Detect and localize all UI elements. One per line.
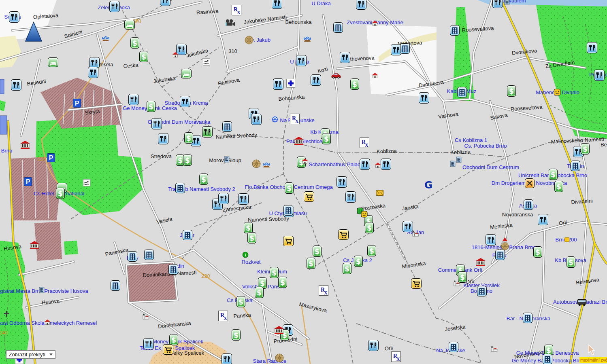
house-icon[interactable] <box>302 158 308 165</box>
restaurant-icon[interactable] <box>202 126 213 139</box>
building-icon[interactable] <box>175 183 185 195</box>
pharmacy-icon[interactable]: RX <box>360 138 369 150</box>
restaurant-icon[interactable] <box>296 55 307 68</box>
swimming-icon[interactable] <box>203 58 210 67</box>
overlay-dropdown[interactable]: Zobrazit překrytí <box>6 350 55 359</box>
restaurant-icon[interactable] <box>587 42 597 55</box>
restaurant-icon[interactable] <box>222 353 232 364</box>
bank-icon[interactable]: $ <box>56 188 65 201</box>
pharmacy-icon[interactable]: RX <box>290 114 300 126</box>
restaurant-icon[interactable] <box>109 1 120 14</box>
fountain-icon[interactable] <box>262 160 271 169</box>
restaurant-icon[interactable] <box>337 176 347 189</box>
house-icon[interactable] <box>45 319 51 326</box>
pharmacy-icon[interactable]: RX <box>391 351 401 364</box>
theater-icon[interactable] <box>554 89 561 97</box>
cemetery-icon[interactable] <box>4 311 9 319</box>
building-icon[interactable] <box>400 43 410 55</box>
bank-icon[interactable]: $ <box>139 51 148 64</box>
theater-icon[interactable] <box>357 207 368 220</box>
map-canvas[interactable]: OpletalovaSolnicniBesedniVeselaCeskaJaku… <box>0 0 607 364</box>
pharmacy-icon[interactable]: RX <box>218 311 228 323</box>
building-icon[interactable] <box>449 342 458 354</box>
parking-icon[interactable]: P <box>47 153 55 164</box>
church-icon[interactable] <box>453 280 461 289</box>
cinema-icon[interactable] <box>225 19 235 28</box>
shopping-icon[interactable] <box>163 344 173 356</box>
hotel-icon[interactable] <box>124 20 135 31</box>
restaurant-icon[interactable] <box>356 0 366 11</box>
church-icon[interactable] <box>142 313 150 322</box>
museum-icon[interactable] <box>274 326 284 336</box>
restaurant-icon[interactable] <box>273 78 283 91</box>
shopping-icon[interactable] <box>283 236 294 248</box>
bank-icon[interactable]: $ <box>130 37 139 50</box>
bank-icon[interactable]: $ <box>247 232 256 245</box>
building-icon[interactable] <box>523 313 532 325</box>
building-icon[interactable] <box>168 264 178 276</box>
fountain-icon[interactable] <box>101 34 110 43</box>
restaurant-icon[interactable] <box>143 338 154 351</box>
restaurant-icon[interactable] <box>218 193 229 206</box>
church-icon[interactable] <box>490 346 498 354</box>
bus-station-icon[interactable] <box>577 299 587 308</box>
bank-icon[interactable]: $ <box>533 246 542 259</box>
restaurant-icon[interactable] <box>11 79 21 92</box>
bank-icon[interactable]: $ <box>285 182 294 195</box>
bank-icon[interactable]: $ <box>322 133 331 146</box>
building-icon[interactable] <box>477 286 487 298</box>
car-icon[interactable] <box>331 73 341 80</box>
restaurant-icon[interactable] <box>9 11 19 24</box>
restaurant-icon[interactable] <box>368 340 379 353</box>
museum-icon[interactable] <box>294 136 304 147</box>
bank-icon[interactable]: $ <box>199 174 208 186</box>
bank-icon[interactable]: $ <box>184 132 193 145</box>
restaurant-icon[interactable] <box>345 191 356 204</box>
building-icon[interactable] <box>571 161 580 173</box>
restaurant-icon[interactable] <box>158 133 168 146</box>
house-icon[interactable] <box>372 20 378 28</box>
building-icon[interactable] <box>128 251 137 263</box>
bank-icon[interactable]: $ <box>350 78 359 91</box>
restaurant-icon[interactable] <box>492 0 503 10</box>
house-icon[interactable] <box>173 52 179 59</box>
landmark-icon[interactable] <box>245 36 253 46</box>
post-office-icon[interactable] <box>376 190 384 197</box>
building-icon[interactable] <box>183 230 192 242</box>
building-icon[interactable] <box>457 87 467 99</box>
museum-icon[interactable] <box>20 140 30 151</box>
building-icon[interactable] <box>543 354 552 364</box>
pharmacy-icon[interactable]: RX <box>232 5 241 17</box>
wheel-icon[interactable] <box>271 116 279 125</box>
bank-icon[interactable]: $ <box>367 245 376 258</box>
restaurant-icon[interactable] <box>128 94 139 107</box>
small-building-icon[interactable] <box>505 0 510 6</box>
bank-icon[interactable]: $ <box>313 245 322 258</box>
information-icon[interactable]: i <box>243 252 249 260</box>
bank-icon[interactable]: $ <box>507 85 516 98</box>
restaurant-icon[interactable] <box>594 70 605 83</box>
bank-icon[interactable]: $ <box>255 287 264 300</box>
bank-icon[interactable]: $ <box>549 169 558 182</box>
bank-icon[interactable]: $ <box>581 143 590 156</box>
museum-icon[interactable] <box>475 258 486 268</box>
small-building-icon[interactable] <box>224 157 230 164</box>
bank-icon[interactable]: $ <box>554 181 563 194</box>
bank-icon[interactable]: $ <box>236 296 245 309</box>
small-building-icon[interactable] <box>456 157 462 165</box>
hotel-icon[interactable] <box>48 57 58 69</box>
landmark-icon[interactable] <box>275 353 284 364</box>
swimming-icon[interactable] <box>83 179 90 188</box>
restaurant-icon[interactable] <box>538 214 548 227</box>
hotel-icon[interactable] <box>181 69 192 80</box>
restaurant-icon[interactable] <box>340 52 350 65</box>
bank-icon[interactable]: $ <box>307 258 315 271</box>
bank-icon[interactable]: $ <box>343 263 351 276</box>
building-icon[interactable] <box>524 199 533 212</box>
bank-icon[interactable]: $ <box>183 154 192 167</box>
parking-icon[interactable]: P <box>24 177 32 188</box>
g-logo-icon[interactable]: G <box>424 180 433 193</box>
church-icon[interactable] <box>412 231 420 239</box>
parking-icon[interactable]: P <box>73 99 81 109</box>
building-icon[interactable] <box>111 280 120 292</box>
